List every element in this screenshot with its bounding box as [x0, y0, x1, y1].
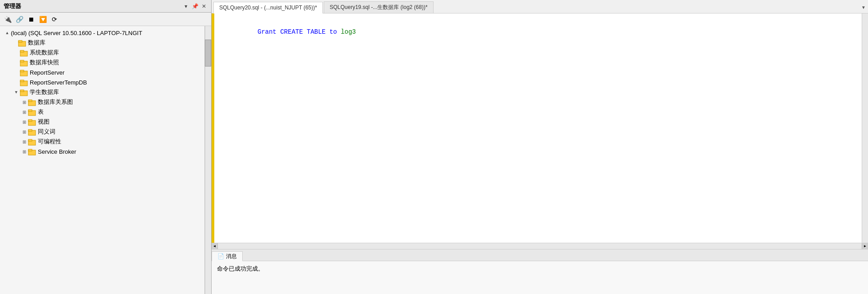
svg-rect-5	[20, 60, 24, 62]
pin-icon[interactable]: 📌	[191, 3, 199, 10]
filter-button[interactable]: 🔽	[38, 14, 48, 24]
student-db-label: 学生数据库	[30, 88, 59, 96]
databases-folder-icon	[18, 39, 26, 47]
keyword-grant: Grant	[258, 28, 280, 36]
tree-area: ▲ (local) (SQL Server 10.50.1600 - LAPTO…	[0, 26, 211, 294]
sys-db-folder-icon	[20, 49, 28, 57]
svg-rect-15	[28, 110, 32, 111]
tab-dropdown-button[interactable]: ▼	[859, 1, 868, 13]
broker-label: Service Broker	[38, 148, 76, 155]
panel-controls: ▾ 📌 ✕	[182, 3, 208, 10]
prog-folder-icon	[28, 138, 36, 146]
disconnect-button[interactable]: 🔗	[14, 14, 24, 24]
views-node[interactable]: ⊞ 视图	[0, 117, 211, 127]
server-label: (local) (SQL Server 10.50.1600 - LAPTOP-…	[11, 30, 142, 36]
synonyms-label: 同义词	[38, 128, 55, 136]
server-node[interactable]: ▲ (local) (SQL Server 10.50.1600 - LAPTO…	[0, 28, 211, 38]
svg-rect-7	[20, 70, 24, 72]
results-content: 命令已成功完成。	[212, 261, 868, 276]
synonyms-node[interactable]: ⊞ 同义词	[0, 127, 211, 137]
keyword-to: to	[330, 28, 341, 36]
svg-rect-21	[28, 139, 32, 141]
prog-label: 可编程性	[38, 138, 61, 146]
tab-bar: SQLQuery20.sql - (...nuist_NJUPT (65))* …	[212, 0, 868, 13]
result-message: 命令已成功完成。	[217, 265, 264, 272]
identifier-log3: log3	[341, 28, 356, 36]
code-editor[interactable]: Grant CREATE TABLE to log3	[214, 13, 862, 243]
keyword-table: TABLE	[307, 28, 329, 36]
hscroll-right-button[interactable]: ►	[862, 243, 868, 249]
databases-label: 数据库	[28, 39, 45, 47]
svg-rect-19	[28, 129, 32, 131]
svg-rect-9	[20, 80, 24, 82]
messages-tab[interactable]: 📄 消息	[212, 251, 243, 261]
reportserver-folder-icon	[20, 68, 28, 76]
tab-sqlquery19-label: SQLQuery19.sql -...生数据库 (log2 (68))*	[330, 4, 427, 11]
editor-with-scrollbar: Grant CREATE TABLE to log3	[212, 13, 868, 243]
student-db-expand: ▼	[13, 89, 20, 96]
message-tab-icon: 📄	[217, 253, 224, 259]
tables-folder-icon	[28, 108, 36, 116]
programmability-node[interactable]: ⊞ 可编程性	[0, 137, 211, 147]
views-label: 视图	[38, 118, 50, 126]
reportservertempdb-node[interactable]: ReportServerTempDB	[0, 77, 211, 87]
tables-label: 表	[38, 108, 44, 116]
views-folder-icon	[28, 118, 36, 126]
service-broker-node[interactable]: ⊞ Service Broker	[0, 147, 211, 156]
explorer-toolbar: 🔌 🔗 ⏹ 🔽 ⟳	[0, 13, 211, 26]
close-button[interactable]: ✕	[200, 3, 208, 10]
rstemp-label: ReportServerTempDB	[30, 79, 87, 86]
editor-vscrollbar[interactable]	[862, 13, 868, 243]
diagram-label: 数据库关系图	[38, 98, 73, 106]
sys-databases-node[interactable]: 系统数据库	[0, 48, 211, 58]
messages-tab-label: 消息	[226, 253, 237, 260]
prog-expand: ⊞	[21, 138, 28, 145]
panel-title: 管理器	[4, 2, 21, 10]
expand-icon: ▲	[4, 29, 11, 36]
tables-expand: ⊞	[21, 108, 28, 116]
tree-scrollbar[interactable]	[205, 26, 211, 294]
student-db-folder-icon	[20, 88, 28, 96]
editor-hscrollbar[interactable]: ◄ ►	[212, 243, 868, 249]
results-tabs: 📄 消息	[212, 249, 868, 261]
hscroll-left-button[interactable]: ◄	[212, 243, 218, 249]
stop-button[interactable]: ⏹	[26, 14, 36, 24]
svg-rect-17	[28, 120, 32, 121]
sys-databases-label: 系统数据库	[30, 49, 59, 57]
connect-button[interactable]: 🔌	[3, 14, 13, 24]
object-explorer-panel: 管理器 ▾ 📌 ✕ 🔌 🔗 ⏹ 🔽 ⟳ ▲ (local) (SQL Serve…	[0, 0, 212, 294]
right-panel: SQLQuery20.sql - (...nuist_NJUPT (65))* …	[212, 0, 868, 294]
panel-header: 管理器 ▾ 📌 ✕	[0, 0, 211, 13]
synonyms-expand: ⊞	[21, 128, 28, 135]
broker-expand: ⊞	[21, 148, 28, 155]
db-snapshot-folder-icon	[20, 58, 28, 67]
results-area: 📄 消息 命令已成功完成。	[212, 249, 868, 294]
student-db-node[interactable]: ▼ 学生数据库	[0, 87, 211, 97]
reportserver-node[interactable]: ReportServer	[0, 67, 211, 77]
reportserver-expand	[13, 69, 20, 76]
tree-scrollbar-thumb[interactable]	[205, 40, 211, 67]
svg-rect-3	[20, 50, 24, 52]
tab-sqlquery19[interactable]: SQLQuery19.sql -...生数据库 (log2 (68))*	[324, 1, 433, 13]
db-diagram-node[interactable]: ⊞ 数据库关系图	[0, 97, 211, 107]
databases-expand-icon	[11, 39, 18, 46]
broker-folder-icon	[28, 147, 36, 156]
editor-area: Grant CREATE TABLE to log3 ◄ ►	[212, 13, 868, 249]
svg-rect-1	[18, 40, 22, 42]
rstemp-expand	[13, 79, 20, 86]
tab-sqlquery20[interactable]: SQLQuery20.sql - (...nuist_NJUPT (65))*	[213, 2, 323, 13]
databases-node[interactable]: 数据库	[0, 38, 211, 48]
keyword-create: CREATE	[280, 28, 307, 36]
reportserver-label: ReportServer	[30, 69, 64, 76]
refresh-button[interactable]: ⟳	[50, 14, 59, 24]
tables-node[interactable]: ⊞ 表	[0, 107, 211, 117]
code-line-1: Grant CREATE TABLE to log3	[220, 17, 856, 47]
pin-button[interactable]: ▾	[182, 3, 190, 10]
rstemp-folder-icon	[20, 78, 28, 86]
svg-rect-11	[20, 90, 24, 92]
db-snapshot-expand	[13, 59, 20, 66]
synonyms-folder-icon	[28, 128, 36, 136]
db-snapshot-label: 数据库快照	[30, 58, 59, 67]
db-snapshot-node[interactable]: 数据库快照	[0, 58, 211, 67]
svg-rect-13	[28, 100, 32, 102]
